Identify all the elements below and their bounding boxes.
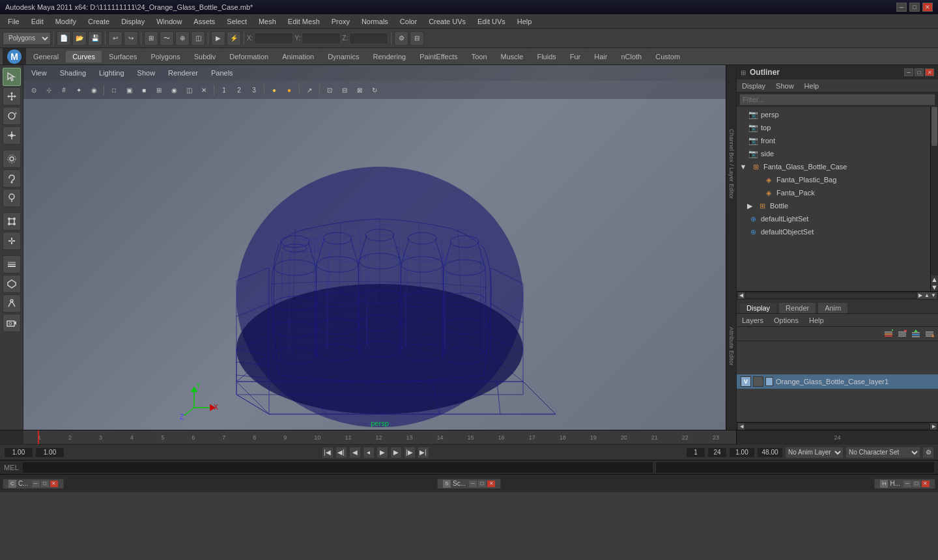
vp-res-low[interactable]: 1 — [218, 83, 231, 96]
anim-end-field[interactable] — [757, 447, 783, 458]
sculpt-btn[interactable] — [3, 294, 21, 313]
vp-track[interactable]: ⊟ — [338, 83, 351, 96]
outliner-scroll-down[interactable]: ▼ — [931, 283, 938, 291]
task-camera-btn[interactable]: C C... ─ □ ✕ — [3, 479, 64, 489]
expand-side[interactable] — [739, 148, 747, 159]
tab-animation[interactable]: Animation — [276, 51, 320, 63]
tree-item-top[interactable]: 📷 top — [737, 121, 938, 134]
scale-tool-btn[interactable] — [3, 126, 21, 145]
settings-btn[interactable]: ⚙ — [394, 31, 408, 46]
menu-create[interactable]: Create — [83, 16, 115, 27]
tree-item-defaultlightset[interactable]: ⊕ defaultLightSet — [737, 212, 938, 225]
layer-menu-options[interactable]: Options — [771, 316, 801, 325]
y-input[interactable] — [302, 33, 341, 44]
pb-start-btn[interactable]: |◀ — [322, 447, 334, 458]
tab-custom[interactable]: Custom — [649, 51, 687, 63]
task-scene-btn[interactable]: S Sc... ─ □ ✕ — [437, 479, 501, 489]
expand-persp[interactable] — [739, 109, 747, 120]
task-close-btn[interactable]: ✕ — [50, 481, 58, 487]
tab-hair[interactable]: Hair — [588, 51, 614, 63]
tab-painteffects[interactable]: PaintEffects — [413, 51, 464, 63]
task-max-btn[interactable]: □ — [41, 481, 49, 487]
menu-mesh[interactable]: Mesh — [253, 16, 281, 27]
expand-plastic-bag[interactable] — [755, 175, 763, 185]
camera-btn[interactable] — [3, 314, 21, 332]
timeline-track[interactable]: 1 2 3 4 5 6 7 8 9 10 11 12 13 14 15 16 1… — [23, 430, 736, 444]
tree-item-fanta-pack[interactable]: ◈ Fanta_Pack — [737, 186, 938, 199]
undo-btn[interactable]: ↩ — [108, 31, 122, 46]
layer-scroll-right[interactable]: ▶ — [930, 423, 937, 430]
menu-edit[interactable]: Edit — [26, 16, 49, 27]
vp-zoom[interactable]: ⊠ — [353, 83, 366, 96]
show-manip-btn[interactable] — [3, 212, 21, 231]
layer-delete-btn[interactable] — [896, 329, 908, 339]
expand-lightset[interactable] — [739, 214, 747, 224]
pb-play-fwd-btn[interactable]: ▶ — [377, 447, 388, 458]
layer-render-btn[interactable] — [753, 376, 763, 387]
display-layer-btn[interactable] — [3, 275, 21, 293]
tab-ncloth[interactable]: nCloth — [614, 51, 648, 63]
outliner-search-input[interactable] — [739, 94, 935, 105]
pb-prev-frame-btn[interactable]: ◀ — [349, 447, 361, 458]
snap-view[interactable]: ◫ — [191, 31, 205, 46]
mel-input[interactable] — [23, 462, 653, 473]
outliner-minimize-btn[interactable]: ─ — [904, 68, 913, 76]
outliner-help-menu[interactable]: Help — [802, 81, 822, 91]
close-btn[interactable]: ✕ — [922, 3, 933, 12]
rotate-tool-btn[interactable] — [3, 107, 21, 125]
ipr-btn[interactable]: ⚡ — [227, 31, 241, 46]
menu-proxy[interactable]: Proxy — [326, 16, 355, 27]
char-set-dropdown[interactable]: No Character Set — [846, 447, 920, 458]
mode-dropdown[interactable]: Polygons Surfaces Dynamics — [3, 32, 51, 45]
vp-light2[interactable]: ● — [283, 83, 296, 96]
vp-camera-icon[interactable]: ⊙ — [27, 83, 40, 96]
attribute-editor-label[interactable]: Attribute Editor — [728, 327, 735, 366]
outliner-show-menu[interactable]: Show — [773, 81, 797, 91]
vp-grid-icon[interactable]: # — [57, 83, 70, 96]
pb-prefs-btn[interactable]: ⚙ — [922, 447, 934, 458]
maximize-btn[interactable]: □ — [909, 3, 920, 12]
layer-new-btn[interactable] — [883, 329, 894, 339]
lighting-menu[interactable]: Lighting — [96, 68, 127, 78]
new-btn[interactable]: 📄 — [57, 31, 71, 46]
menu-modify[interactable]: Modify — [50, 16, 81, 27]
hscroll-right[interactable]: ▶ — [917, 292, 924, 299]
menu-window[interactable]: Window — [151, 16, 187, 27]
vp-light1[interactable]: ● — [268, 83, 281, 96]
tab-general[interactable]: General — [27, 51, 65, 63]
layer-scroll-left[interactable]: ◀ — [738, 423, 745, 430]
layers-btn[interactable] — [3, 255, 21, 273]
tree-item-front[interactable]: 📷 front — [737, 134, 938, 147]
tree-item-side[interactable]: 📷 side — [737, 147, 938, 160]
vp-select-icon[interactable]: ⊹ — [42, 83, 55, 96]
layer-tab-display[interactable]: Display — [739, 302, 777, 313]
tab-fluids[interactable]: Fluids — [530, 51, 562, 63]
outliner-display-menu[interactable]: Display — [739, 81, 768, 91]
layout-btn[interactable]: ⊟ — [410, 31, 424, 46]
lasso-btn[interactable] — [3, 169, 21, 188]
task-min-btn[interactable]: ─ — [32, 481, 40, 487]
vp-shadow-icon[interactable]: ◫ — [182, 83, 195, 96]
layer-options-btn[interactable] — [924, 329, 935, 339]
shading-menu[interactable]: Shading — [57, 68, 89, 78]
menu-editmesh[interactable]: Edit Mesh — [283, 16, 325, 27]
tab-toon[interactable]: Toon — [465, 51, 494, 63]
tab-polygons[interactable]: Polygons — [144, 51, 186, 63]
pb-next-frame-btn[interactable]: ▶ — [390, 447, 402, 458]
layer-scroll-track[interactable] — [746, 425, 929, 428]
z-input[interactable] — [349, 33, 388, 44]
tab-curves[interactable]: Curves — [66, 51, 102, 63]
vp-tumble[interactable]: ↻ — [368, 83, 381, 96]
renderer-menu[interactable]: Renderer — [165, 68, 201, 78]
layer-tab-anim[interactable]: Anim — [817, 302, 848, 313]
vp-smooth-icon[interactable]: ▣ — [122, 83, 135, 96]
hscroll-left[interactable]: ◀ — [738, 292, 745, 299]
tab-surfaces[interactable]: Surfaces — [102, 51, 143, 63]
expand-objectset[interactable] — [739, 227, 747, 237]
task-scene-close[interactable]: ✕ — [487, 481, 495, 487]
tab-fur[interactable]: Fur — [563, 51, 588, 63]
outliner-vscrollbar[interactable]: ▲ ▼ — [930, 107, 938, 291]
menu-display[interactable]: Display — [116, 16, 150, 27]
tab-subdiv[interactable]: Subdiv — [188, 51, 223, 63]
range-start-field[interactable] — [4, 447, 33, 458]
